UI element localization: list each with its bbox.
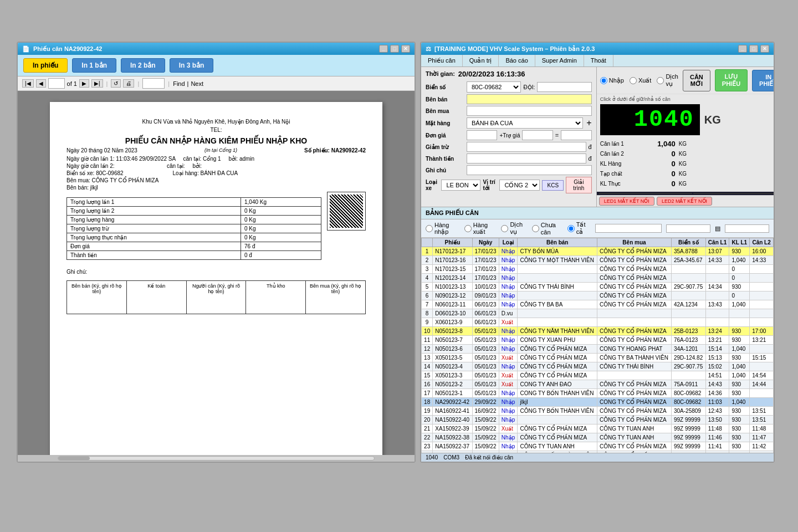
table-row[interactable]: 2N170123-1617/01/23NhậpCÔNG TY MỘT THÀNH… <box>422 256 774 265</box>
bien-so-select[interactable]: 80C-09682 <box>467 81 521 93</box>
table-row[interactable]: 17N050123-105/01/23NhậpCONG TY BỐN THÀNH… <box>422 389 774 398</box>
radio-xuat[interactable]: Xuất <box>630 77 652 84</box>
menu-phieu-can[interactable]: Phiếu cân <box>421 55 463 66</box>
table-container: PhiếuNgàyLoạiBên bánBên muaBiển sốCân L1… <box>421 238 774 453</box>
menu-quan-tri[interactable]: Quản trị <box>463 55 499 66</box>
radio-dich-vu[interactable]: Dịch vụ <box>657 73 678 88</box>
filter-search-input[interactable] <box>595 224 662 233</box>
right-display-panel: Nhập Xuất Dịch vụ CÂN MỚI LƯU PHIẾU IN P… <box>597 67 774 207</box>
last-page-button[interactable]: ▶| <box>91 79 103 88</box>
menu-super-admin[interactable]: Super Admin <box>535 55 584 66</box>
table-row[interactable]: 22NA150922-3815/09/22NhậpCÔNG TY CỔ PHẦN… <box>422 433 774 442</box>
table-row[interactable]: 15X050123-305/01/23XuấtCÔNG TY CỔ PHẦN M… <box>422 371 774 380</box>
table-row[interactable]: 12N050123-605/01/23NhậpCÔNG TY CỔ PHẦN M… <box>422 345 774 354</box>
print-button[interactable]: 🖨 <box>123 79 134 88</box>
table-row[interactable]: 8D060123-1006/01/23D.vu <box>422 309 774 318</box>
table-row[interactable]: 4N120123-1417/01/23NhậpCÔNG TY CỔ PHẦN M… <box>422 274 774 283</box>
right-window: ⚖ [TRAINING MODE] VHV Scale System – Phi… <box>420 42 775 463</box>
bien-so-row: Biển số 80C-09682 ĐỘI: 1 <box>426 81 592 93</box>
right-minimize-button[interactable]: _ <box>738 45 747 53</box>
zoom-input[interactable]: 100% <box>142 78 165 89</box>
giai-trinh-button[interactable]: Giải trình <box>566 177 592 193</box>
form-panel: Thời gian: 20/02/2023 16:13:36 Biển số 8… <box>421 67 597 207</box>
table-row[interactable]: 19NA160922-4116/09/22NhậpCÔNG TY BỐN THÀ… <box>422 407 774 416</box>
in-1-ban-button[interactable]: In 1 bản <box>72 58 116 73</box>
filter-dich-vu[interactable]: Dịch vụ <box>501 221 527 236</box>
weight-display[interactable]: 1040 <box>600 104 700 135</box>
refresh-button[interactable]: ↺ <box>111 79 121 88</box>
signature-cell: Kế toán <box>126 281 186 314</box>
right-content: Thời gian: 20/02/2023 16:13:36 Biển số 8… <box>421 67 774 462</box>
right-title-icon: ⚖ <box>426 45 431 53</box>
can-lan1: Ngày giờ cân lần 1: 11:03:46 29/09/2022 … <box>66 156 366 162</box>
prev-page-button[interactable]: ◀ <box>36 79 46 88</box>
ghi-chu-row: Ghi chú <box>426 165 592 175</box>
loai-xe-label: Loại xe <box>426 179 439 191</box>
table-row[interactable]: 16N050123-205/01/23XuấtCONG TY ANH ĐAOCÔ… <box>422 380 774 389</box>
led2-indicator: LED2 MẤT KẾT NỐI <box>657 197 712 206</box>
table-row[interactable]: 5N100123-1310/01/23NhậpCÔNG TY THÁI BÌNH… <box>422 283 774 291</box>
table-row[interactable]: 10N050123-805/01/23NhậpCÔNG TY NĂM THÀNH… <box>422 327 774 336</box>
filter-hang-xuat[interactable]: Hàng xuất <box>464 222 497 236</box>
table-row[interactable]: 1N170123-1717/01/23NhậpCTY BỒN MÚACÔNG T… <box>422 247 774 256</box>
click-hint: Click ở dưới để giữ/nhả số cân <box>600 96 774 102</box>
can-lan2-row: Cân lần 2 0 KG <box>600 150 774 158</box>
in-2-ban-button[interactable]: In 2 bản <box>121 58 165 73</box>
kcs-button[interactable]: KCS <box>542 180 564 191</box>
table-row[interactable]: 14N050123-405/01/23NhậpCÔNG TY CỔ PHẦN M… <box>422 362 774 371</box>
weight-area: Click ở dưới để giữ/nhả số cân 1040 KG <box>597 94 774 137</box>
table-row[interactable]: 13X050123-505/01/23XuấtCÔNG TY CỔ PHẦN M… <box>422 354 774 362</box>
filter-chua-can[interactable]: Chưa cân <box>532 222 563 236</box>
table-row[interactable]: 6N090123-1209/01/23NhậpCÔNG TY CỔ PHẦN M… <box>422 291 774 300</box>
ben-mua-input[interactable]: CÔNG TY CỔ PHẦN MIZA <box>467 106 592 116</box>
table-row[interactable]: 3N170123-1517/01/23NhậpCÔNG TY CỔ PHẦN M… <box>422 265 774 274</box>
led-bar: LED1 MẤT KẾT NỐI LED2 MẤT KẾT NỐI <box>597 195 774 207</box>
radio-group: Nhập Xuất Dịch vụ <box>600 73 678 88</box>
in-phieu-right-button[interactable]: IN PHIẾU <box>752 70 774 91</box>
loai-xe-select[interactable]: LE BON <box>441 180 480 191</box>
table-row[interactable]: 7N060123-1106/01/23NhậpCÔNG TY BA BACÔNG… <box>422 300 774 309</box>
date-to-input[interactable]: 20/02/2023 <box>725 224 769 233</box>
ben-mua-row: Bên mua CÔNG TY CỔ PHẦN MIZA <box>426 106 592 116</box>
table-row[interactable]: 21XA150922-3915/09/22XuấtCÔNG TY CỔ PHẦN… <box>422 424 774 433</box>
first-page-button[interactable]: |◀ <box>22 79 34 88</box>
right-close-button[interactable]: ✕ <box>760 45 769 53</box>
date-from-input[interactable]: 17/02/2023 <box>666 224 710 233</box>
maximize-button[interactable]: □ <box>390 45 399 53</box>
in-phieu-button[interactable]: In phiếu <box>23 58 68 73</box>
mat-hang-expand[interactable]: + <box>586 118 591 128</box>
ben-ban-input[interactable]: jlkjl <box>467 94 592 104</box>
filter-hang-nhap[interactable]: Hàng nhập <box>426 222 460 236</box>
right-title-text: [TRAINING MODE] VHV Scale System – Phiên… <box>434 45 595 53</box>
in-3-ban-button[interactable]: In 3 bản <box>170 58 214 73</box>
table-row[interactable]: 11N050123-705/01/23NhậpCONG TY XUAN PHUC… <box>422 336 774 345</box>
table-row[interactable]: 20NA150922-4015/09/22NhậpCÔNG TY CỔ PHẦN… <box>422 416 774 424</box>
menu-bao-cao[interactable]: Báo cáo <box>499 55 535 66</box>
mat-hang-select[interactable]: BÁNH ĐA CUA <box>467 117 583 129</box>
radio-nhap[interactable]: Nhập <box>600 77 624 84</box>
can-moi-button[interactable]: CÂN MỚI <box>683 70 710 91</box>
vi-tri-toi-select[interactable]: CỔNG 2 <box>499 180 540 191</box>
table-row[interactable]: 23NA150922-3715/09/22NhậpCÔNG TY TUAN AN… <box>422 442 774 451</box>
tro-gia-label: +Trợ giá <box>499 132 520 139</box>
menu-thoat[interactable]: Thoát <box>584 55 613 66</box>
doi-input[interactable]: 1 <box>537 82 591 92</box>
tro-gia-input[interactable]: 0 <box>522 130 553 140</box>
next-page-button[interactable]: ▶ <box>79 79 89 88</box>
thanh-tien-input[interactable]: 0 <box>467 154 586 163</box>
document-area: Khu CN Vừa và Nhỏ Nguyên Khê, Huyện Đông… <box>18 91 415 455</box>
close-button[interactable]: ✕ <box>401 45 410 53</box>
minimize-button[interactable]: _ <box>379 45 388 53</box>
ghi-chu-input[interactable] <box>467 165 592 175</box>
date-range-sep: ▤ <box>715 225 720 232</box>
table-row[interactable]: 18NA290922-4229/09/22NhậpjlkjlCONG TY CỔ… <box>422 398 774 407</box>
don-gia-input[interactable]: 76 <box>467 130 497 140</box>
luu-phieu-button[interactable]: LƯU PHIẾU <box>715 69 748 91</box>
filter-tat-ca[interactable]: Tất cả <box>567 221 591 236</box>
right-maximize-button[interactable]: □ <box>749 45 758 53</box>
doc-so-phieu: Số phiếu: NA290922-42 <box>304 147 366 154</box>
page-input[interactable]: 1 <box>48 78 65 89</box>
table-row[interactable]: 9X060123-906/01/23Xuất <box>422 318 774 327</box>
equal-value-input[interactable]: 76 <box>561 130 591 140</box>
giam-tru-input[interactable]: 0 <box>467 142 586 152</box>
